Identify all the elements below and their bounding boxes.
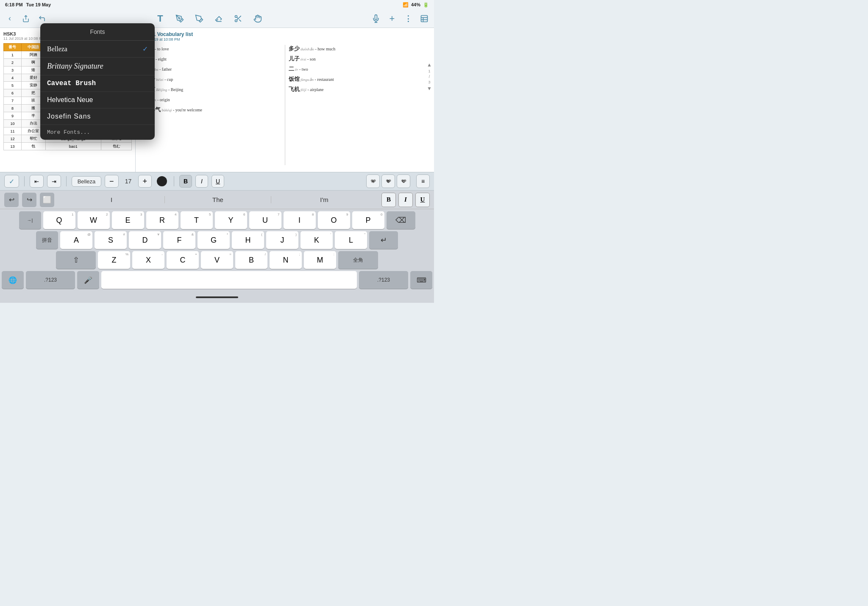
underline-button[interactable]: U: [211, 175, 224, 188]
key-z[interactable]: %Z: [98, 251, 130, 269]
svg-point-0: [179, 17, 180, 19]
add-button[interactable]: +: [387, 14, 397, 23]
text-tool-button[interactable]: T: [156, 14, 165, 23]
increase-size-button[interactable]: +: [138, 175, 152, 188]
suggestion-word-1[interactable]: I: [58, 196, 165, 203]
key-f[interactable]: &F: [163, 231, 195, 249]
key-t[interactable]: 5T: [181, 211, 213, 229]
bold-text-button[interactable]: B: [381, 193, 396, 207]
keyboard-key[interactable]: ⌨: [410, 271, 432, 289]
key-u[interactable]: 7U: [249, 211, 281, 229]
toolbar-right: + ⋮: [371, 14, 429, 23]
key-q[interactable]: 1Q: [43, 211, 75, 229]
style-preset-a[interactable]: ❤A: [366, 174, 380, 188]
key-j[interactable]: )J: [266, 231, 298, 249]
key-c[interactable]: +C: [167, 251, 199, 269]
font-josefin-label: Josefin Sans: [47, 113, 91, 120]
mic-key[interactable]: 🎤: [77, 271, 99, 289]
scroll-up-button[interactable]: ▲: [427, 62, 432, 68]
shift-key[interactable]: ⇧: [56, 251, 96, 269]
cell-num: 13: [4, 143, 22, 150]
backspace-key[interactable]: ⌫: [387, 211, 415, 229]
back-button[interactable]: ‹: [5, 14, 14, 23]
left-tab-button[interactable]: ⇤: [30, 175, 44, 188]
italic-text-button[interactable]: I: [398, 193, 413, 207]
font-size-display: 17: [122, 178, 135, 185]
undo-button[interactable]: [37, 14, 47, 23]
key-m[interactable]: :M: [304, 251, 336, 269]
battery-label: 44%: [411, 2, 420, 7]
underline-text-button[interactable]: U: [415, 193, 430, 207]
decrease-size-button[interactable]: −: [105, 175, 119, 188]
divider-1: [24, 176, 25, 186]
key-p[interactable]: 0P: [352, 211, 384, 229]
share-button[interactable]: [21, 14, 31, 23]
font-item-caveat[interactable]: Caveat Brush: [40, 75, 155, 92]
space-key[interactable]: [101, 271, 357, 289]
key-g[interactable]: *G: [198, 231, 230, 249]
font-item-brittany[interactable]: Brittany Signature: [40, 58, 155, 75]
cell-num: 9: [4, 112, 22, 120]
highlight-tool-button[interactable]: [195, 14, 204, 23]
key-n[interactable]: ;N: [270, 251, 302, 269]
fullangle-key[interactable]: 全角: [338, 251, 378, 269]
status-right: 📶 44% 🔋: [403, 2, 429, 8]
scroll-down-button[interactable]: ▼: [427, 86, 432, 91]
key-b[interactable]: /B: [235, 251, 267, 269]
key-h[interactable]: (H: [232, 231, 264, 249]
suggestion-word-2[interactable]: The: [165, 196, 271, 203]
font-item-more[interactable]: More Fonts...: [40, 125, 155, 140]
style-preset-c[interactable]: ❤C: [397, 174, 410, 188]
toolbar-left: ‹: [5, 14, 47, 23]
bold-button[interactable]: B: [179, 175, 192, 188]
redo-text-button[interactable]: ↪: [22, 193, 36, 207]
color-picker[interactable]: [157, 176, 167, 186]
right-tab-button[interactable]: ⇥: [47, 175, 61, 188]
key-x[interactable]: -X: [132, 251, 164, 269]
key-k[interactable]: 'K: [300, 231, 333, 249]
cell-num: 10: [4, 120, 22, 127]
key-a[interactable]: @A: [60, 231, 92, 249]
italic-button[interactable]: I: [195, 175, 208, 188]
dotnum-left-key[interactable]: .?123: [26, 271, 75, 289]
suggestion-word-3[interactable]: I'm: [271, 196, 377, 203]
key-e[interactable]: 3E: [112, 211, 144, 229]
dotnum-right-key[interactable]: .?123: [359, 271, 408, 289]
paste-button[interactable]: ⬜: [40, 193, 54, 207]
touch-tool-button[interactable]: [253, 14, 262, 23]
eraser-tool-button[interactable]: [214, 14, 223, 23]
key-r[interactable]: 4R: [146, 211, 178, 229]
pinyin-key[interactable]: 拼音: [36, 231, 58, 249]
more-button[interactable]: ⋮: [403, 14, 413, 23]
status-bar: 6:18 PM Tue 19 May 📶 44% 🔋: [0, 0, 434, 9]
list-format-button[interactable]: ≡: [416, 174, 430, 188]
font-item-josefin[interactable]: Josefin Sans: [40, 108, 155, 125]
font-item-helvetica[interactable]: Helvetica Neue: [40, 92, 155, 108]
key-o[interactable]: 9O: [318, 211, 350, 229]
cell-num: 2: [4, 59, 22, 66]
check-button[interactable]: ✓: [4, 175, 19, 188]
key-l[interactable]: "L: [335, 231, 367, 249]
font-item-belleza[interactable]: Belleza ✓: [40, 41, 155, 58]
key-d[interactable]: ¥D: [129, 231, 161, 249]
undo-text-button[interactable]: ↩: [4, 193, 19, 207]
cell-num: 11: [4, 127, 22, 135]
globe-key[interactable]: 🌐: [2, 271, 24, 289]
pen-tool-button[interactable]: [175, 14, 184, 23]
style-preset-b[interactable]: ❤B: [381, 174, 395, 188]
enter-key[interactable]: ↵: [369, 231, 398, 249]
key-s[interactable]: #S: [95, 231, 127, 249]
font-name-display[interactable]: Belleza: [72, 176, 101, 187]
tab-key[interactable]: →|: [19, 211, 41, 229]
key-i[interactable]: 8I: [284, 211, 316, 229]
key-y[interactable]: 6Y: [215, 211, 247, 229]
vocab-entry: 本 běn - origin: [144, 96, 281, 103]
svg-rect-6: [421, 15, 428, 22]
home-indicator[interactable]: [196, 296, 238, 298]
mic-button[interactable]: [371, 14, 381, 23]
scissors-tool-button[interactable]: [234, 14, 243, 23]
notebook-button[interactable]: [420, 14, 429, 23]
toolbar-center: T: [51, 14, 367, 23]
key-v[interactable]: =V: [201, 251, 233, 269]
key-w[interactable]: 2W: [78, 211, 110, 229]
